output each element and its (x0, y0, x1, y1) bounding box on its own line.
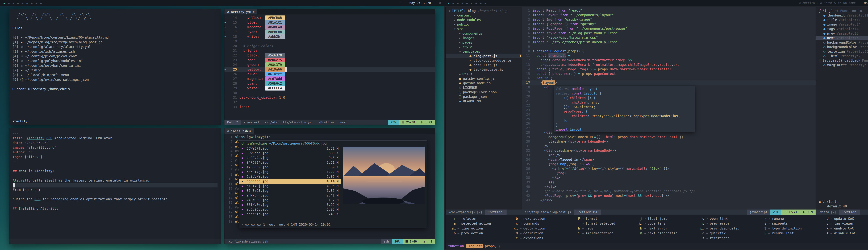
code-line[interactable]: 3import Img from "gatsby-image" (522, 17, 815, 22)
tree-folder[interactable]: ▸components (446, 31, 522, 36)
buffer-line[interactable]: "Using the GPU for rendering enables opt… (13, 197, 218, 201)
whichkey-binding[interactable]: j→float jump (636, 216, 697, 221)
buffer-line[interactable]: 1alias lg='lazygit' (224, 135, 435, 139)
gear-icon[interactable]: ⚙ (439, 1, 441, 5)
code-line[interactable]: 12 props.data.markdownRemark.frontmatter… (522, 58, 815, 62)
code-line[interactable]: 37 {tag} (522, 171, 815, 175)
tree-folder[interactable]: ▸public (446, 22, 522, 27)
code-line[interactable]: 10function BlogPost(props) { (522, 49, 815, 53)
code-line[interactable]: 34 <span>Tagged in </span> (522, 157, 815, 162)
tree-item[interactable]: {}package-lock.json (446, 90, 522, 94)
workspace-indicator[interactable]: ● (457, 2, 459, 4)
outline-item[interactable]: ●thumbnailVariable:11 (815, 13, 868, 18)
tab-aliases-zsh[interactable]: aliases.zsh ⚙ (224, 129, 254, 134)
whichkey-binding[interactable]: h→hide (574, 226, 635, 231)
whichkey-binding[interactable]: b→next action (512, 216, 573, 221)
file-list-item[interactable]: ▪4Y6C0JV.jpg539 K (239, 165, 341, 170)
buffer-line[interactable]: ~17 cyan: '#8FBCBB' (224, 30, 435, 34)
workspace-indicator[interactable]: ● (462, 2, 463, 4)
whichkey-binding[interactable]: n→next diagnostic (636, 231, 697, 235)
whichkey-binding[interactable]: b→prev action (450, 231, 510, 235)
code-line[interactable]: 7import "katex/dist/katex.min.css" (522, 35, 815, 40)
tree-folder[interactable]: ▸content (446, 13, 522, 18)
buffer-line[interactable] (13, 183, 218, 188)
tree-folder[interactable]: ▸images (446, 36, 522, 40)
file-list-item[interactable]: ▪aghr5Ip.jpg249 K (239, 212, 341, 217)
code-line[interactable]: 29 dangerouslySetInnerHTML={{ __html: pr… (522, 135, 815, 139)
file-list-item[interactable]: ▪24LrDFQ.jpg1.7 M (239, 198, 341, 202)
code-line[interactable]: 8import "../style/themes/prism-darcula.l… (522, 40, 815, 44)
outline-item[interactable]: ●nextVariable:15 (815, 36, 868, 40)
workspace-indicator[interactable]: ● (31, 2, 32, 4)
outline-item[interactable]: ●titleVariable:14 (815, 18, 868, 22)
workspace-indicator[interactable]: ● (36, 2, 37, 4)
buffer-line[interactable]: 19 (224, 39, 435, 44)
code-line[interactable]: 9 (522, 44, 815, 49)
buffer-line[interactable]: 22 black: '#5c6370' (224, 53, 435, 58)
whichkey-binding[interactable]: s→references (699, 235, 759, 241)
tree-item[interactable]: ▪README.md (446, 99, 522, 103)
tree-item[interactable]: ●gatsby-node.js (446, 81, 522, 85)
whichkey-binding[interactable]: j…→code lens (636, 221, 697, 226)
workspace-indicator[interactable]: ● (485, 2, 486, 4)
buffer-line[interactable]: Alacritty bills itself as the fastest te… (13, 178, 218, 183)
whichkey-binding[interactable]: F→format (574, 216, 635, 221)
startify-entry[interactable]: [2]⚙~/.config/alacritty/alacritty.yml (12, 45, 218, 49)
code-line[interactable]: 2import Layout from "../components/layou… (522, 13, 815, 17)
code-line[interactable]: 30 className={style.markdownBody} (522, 139, 815, 144)
file-list-item[interactable]: ▪3UwJhbg.jpg680 K (239, 151, 341, 156)
whichkey-binding[interactable]: p…→prev diagnostic (699, 226, 759, 231)
whichkey-binding[interactable]: r→rename (761, 216, 821, 221)
workspace-indicator[interactable]: ◆ (3, 2, 5, 4)
buffer-line[interactable]: 28 cyan: '#56b6c2' (224, 81, 435, 86)
outline-item[interactable]: ●prevVariable:15 (815, 31, 868, 36)
code-line[interactable]: 36 <a href={`/${tag}`} key={i} style={{ … (522, 166, 815, 171)
whichkey-binding[interactable]: p→prev error (699, 221, 759, 226)
buffer-line[interactable] (13, 173, 218, 178)
whichkey-binding[interactable]: d→definition (512, 231, 573, 235)
code-line[interactable]: 4import { graphql } from "gatsby" (522, 22, 815, 26)
whichkey-binding[interactable]: z→disable CoC (823, 231, 868, 235)
workspace-indicator[interactable]: ● (480, 2, 482, 4)
buffer-line[interactable]: 29 white: '#ECEFF4' (224, 86, 435, 90)
buffer-line[interactable]: 20 # Bright colors (224, 44, 435, 48)
whichkey-binding[interactable]: v→tag viewer (823, 221, 868, 226)
tree-folder[interactable]: ▾templates (446, 49, 522, 54)
code-line[interactable]: 6import style from "./blog-post.module.l… (522, 31, 815, 35)
menu-icon[interactable]: ☰ (399, 1, 401, 5)
file-list-item[interactable]: ▪3JWY37f.jpg1.31 M (239, 146, 341, 151)
whichkey-binding[interactable]: s→snippets (761, 221, 821, 226)
buffer-line[interactable]: 32 (224, 100, 435, 105)
code-line[interactable]: 13 props.data.markdownRemark.frontmatter… (522, 62, 815, 67)
buffer-line[interactable]: 31background_opacity: 1.0 (224, 95, 435, 100)
startify-entry[interactable]: [3]▪~/.config/zsh/aliases.zsh (12, 49, 218, 54)
tree-item[interactable]: {}package.json (446, 94, 522, 99)
buffer-line[interactable]: title: Alacritty GPU Accelerated Termina… (13, 136, 218, 141)
code-line[interactable]: 41 {/* <Share title={title} url={url} pa… (522, 189, 815, 193)
buffer-line[interactable]: 26 blue: '#61afef' (224, 72, 435, 77)
tree-item[interactable]: ●post-list.js (446, 63, 522, 67)
buffer-line[interactable]: ~15 blue: '#81A1C1' (224, 20, 435, 25)
outline-item[interactable]: ○backgroundColorProperty (815, 40, 868, 45)
file-list-item[interactable]: ▪5oXQT7g.jpg1.22 M (239, 170, 341, 174)
workspace-indicator[interactable]: ● (40, 2, 42, 4)
code-line[interactable]: 38 </a> (522, 175, 815, 180)
buffer-line[interactable] (13, 192, 218, 197)
file-list-item[interactable]: ▪9hMxcHr.jpg2.41 M (239, 193, 341, 198)
buffer-line[interactable] (13, 164, 218, 169)
code-line[interactable]: 32 <div className={style.markdownBody}> (522, 148, 815, 153)
whichkey-binding[interactable]: t→type definition (761, 226, 821, 231)
outline-item[interactable]: ●tagsVariable:14 (815, 27, 868, 31)
buffer-line[interactable]: tags: ["linux"] (13, 155, 218, 159)
whichkey-binding[interactable]: a→selected action (450, 221, 510, 226)
buffer-line[interactable]: --- (13, 159, 218, 164)
file-list-item[interactable]: ▪ad6v9Oy.jpg3.05 M (239, 207, 341, 212)
file-list-item[interactable]: ▪6LibVNY.jpg2.06 M (239, 174, 341, 179)
whichkey-binding[interactable]: u→resume list (761, 231, 821, 235)
startify-entry[interactable]: [1]▪~/Repos/blog/src/templates/blog-post… (12, 40, 218, 45)
code-line[interactable]: 11 const thumbnail = (522, 53, 815, 58)
workspace-indicator[interactable]: ● (8, 2, 9, 4)
buffer-line[interactable]: ## Installing Alacritty (13, 206, 218, 211)
code-line[interactable]: 39 ))} (522, 180, 815, 184)
workspace-indicator[interactable]: ◆ (448, 2, 449, 4)
